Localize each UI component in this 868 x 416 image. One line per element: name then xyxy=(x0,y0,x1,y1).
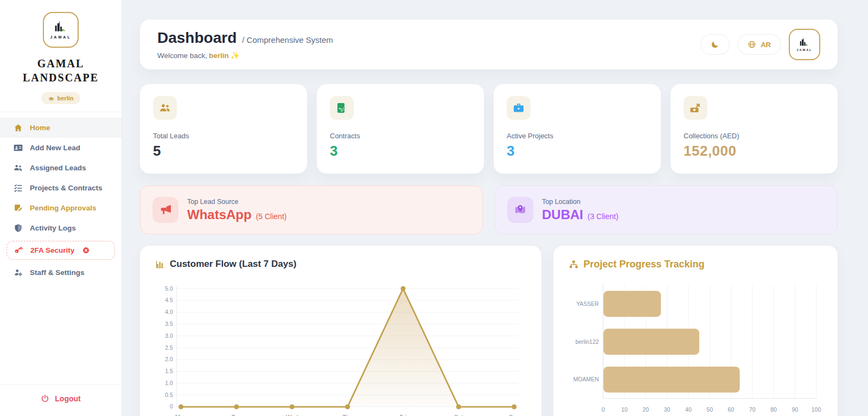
svg-text:30: 30 xyxy=(663,407,670,413)
moon-icon xyxy=(711,40,719,49)
svg-text:YASSER: YASSER xyxy=(576,301,599,307)
svg-text:berlin122: berlin122 xyxy=(575,339,598,345)
add-lead-icon xyxy=(14,143,23,152)
logo-text: JAMAL xyxy=(50,35,71,39)
welcome-username: berlin xyxy=(209,52,229,60)
svg-text:Fri: Fri xyxy=(400,414,407,416)
chart-column-icon xyxy=(155,259,165,269)
page-header: Dashboard / Comprehensive System Welcome… xyxy=(140,20,838,69)
svg-text:Sun: Sun xyxy=(509,414,519,416)
chart-title: Project Progress Tracking xyxy=(569,259,822,270)
highlight-value: DUBAI xyxy=(542,207,583,222)
sidebar-item-add-new-lead[interactable]: Add New Lead xyxy=(0,138,122,158)
company-logo: JAMAL xyxy=(43,12,79,48)
stat-value: 3 xyxy=(330,143,471,159)
contract-file-icon xyxy=(335,101,348,114)
stat-card-collections: Collections (AED) 152,000 xyxy=(671,84,838,174)
circle-x-icon xyxy=(82,247,90,254)
leads-users-icon xyxy=(158,101,171,114)
power-icon xyxy=(41,394,49,403)
projects-contracts-icon xyxy=(14,183,23,193)
language-toggle[interactable]: AR xyxy=(737,34,781,55)
svg-text:1.5: 1.5 xyxy=(165,368,173,374)
svg-text:Mon: Mon xyxy=(175,414,187,416)
globe-icon xyxy=(748,40,756,49)
stat-label: Active Projects xyxy=(507,132,648,140)
svg-text:1.0: 1.0 xyxy=(165,380,173,386)
brand-name: GAMAL LANDSCAPE xyxy=(23,56,99,85)
language-label: AR xyxy=(761,41,771,49)
stat-value: 5 xyxy=(153,143,294,159)
svg-text:20: 20 xyxy=(642,407,649,413)
svg-text:4.5: 4.5 xyxy=(165,297,173,303)
customer-flow-area-chart: 5.04.54.03.53.02.52.01.51.00.50MonTueWed… xyxy=(155,278,526,416)
stat-value: 152,000 xyxy=(684,143,825,159)
briefcase-icon xyxy=(512,101,525,114)
top-location-card: Top Location DUBAI (3 Client) xyxy=(495,185,838,234)
home-icon xyxy=(14,123,23,132)
sitemap-icon xyxy=(569,259,579,270)
sidebar-brand: JAMAL GAMAL LANDSCAPE berlin xyxy=(0,0,122,112)
sidebar-item-activity-logs[interactable]: Activity Logs xyxy=(0,218,122,238)
sidebar: JAMAL GAMAL LANDSCAPE berlin Home Add Ne… xyxy=(0,0,122,416)
page-subtitle: / Comprehensive System xyxy=(242,35,333,44)
sidebar-item-assigned-leads[interactable]: Assigned Leads xyxy=(0,158,122,178)
project-progress-chart-card: Project Progress Tracking 01020304050607… xyxy=(553,246,838,416)
sidebar-item-2fa-security[interactable]: 2FA Security xyxy=(7,241,115,260)
activity-logs-icon xyxy=(14,223,23,233)
money-trend-icon xyxy=(689,101,702,114)
profile-avatar[interactable]: JAMAL xyxy=(789,29,820,60)
map-location-icon xyxy=(514,203,527,216)
svg-text:2.0: 2.0 xyxy=(165,356,173,362)
stat-card-contracts: Contracts 3 xyxy=(317,84,484,174)
highlights-row: Top Lead Source WhatsApp (5 Client) Top … xyxy=(140,185,838,234)
svg-text:0: 0 xyxy=(601,407,604,413)
stat-value: 3 xyxy=(507,143,648,159)
svg-text:Wed: Wed xyxy=(286,414,298,416)
header-left: Dashboard / Comprehensive System Welcome… xyxy=(157,29,333,60)
svg-text:3.0: 3.0 xyxy=(165,333,173,339)
project-progress-bar-chart: 0102030405060708090100YASSERberlin122MOA… xyxy=(569,279,822,416)
charts-row: Customer Flow (Last 7 Days) 5.04.54.03.5… xyxy=(140,246,838,416)
skyline-logo-icon xyxy=(50,21,71,35)
page-title: Dashboard xyxy=(157,29,237,47)
sparkles-emoji: ✨ xyxy=(231,52,240,60)
svg-text:70: 70 xyxy=(749,407,755,413)
sidebar-item-pending-approvals[interactable]: Pending Approvals xyxy=(0,198,122,218)
svg-text:4.0: 4.0 xyxy=(165,309,173,315)
skyline-logo-icon xyxy=(796,37,813,48)
stat-card-total-leads: Total Leads 5 xyxy=(140,84,307,174)
highlight-value: WhatsApp xyxy=(187,207,252,222)
stat-label: Contracts xyxy=(330,132,471,140)
highlight-label: Top Lead Source xyxy=(187,198,286,206)
sidebar-item-projects-contracts[interactable]: Projects & Contracts xyxy=(0,178,122,198)
svg-text:90: 90 xyxy=(792,407,798,413)
stat-label: Total Leads xyxy=(153,132,294,140)
svg-text:Thu: Thu xyxy=(342,414,353,416)
logout-button[interactable]: Logout xyxy=(41,394,80,403)
svg-text:0: 0 xyxy=(170,404,173,410)
svg-text:60: 60 xyxy=(727,407,734,413)
key-icon xyxy=(14,246,23,255)
svg-text:2.5: 2.5 xyxy=(165,345,173,351)
chart-title: Customer Flow (Last 7 Days) xyxy=(155,259,526,270)
svg-text:100: 100 xyxy=(811,407,821,413)
sidebar-item-staff-settings[interactable]: Staff & Settings xyxy=(0,263,122,283)
sidebar-item-home[interactable]: Home xyxy=(0,118,122,138)
pending-approvals-icon xyxy=(14,203,23,213)
sidebar-footer: Logout xyxy=(0,384,122,416)
highlight-sub: (5 Client) xyxy=(256,212,287,221)
crown-icon xyxy=(48,95,54,101)
megaphone-icon xyxy=(159,203,172,216)
svg-text:0.5: 0.5 xyxy=(165,392,173,398)
svg-text:5.0: 5.0 xyxy=(165,286,173,292)
svg-text:40: 40 xyxy=(685,407,692,413)
svg-text:MOAMEN: MOAMEN xyxy=(573,376,598,382)
stat-card-active-projects: Active Projects 3 xyxy=(494,84,661,174)
svg-text:Tue: Tue xyxy=(232,414,241,416)
svg-text:3.5: 3.5 xyxy=(165,321,173,327)
staff-settings-icon xyxy=(14,268,23,277)
highlight-label: Top Location xyxy=(542,198,618,206)
svg-text:10: 10 xyxy=(621,407,628,413)
dark-mode-toggle[interactable] xyxy=(700,34,730,55)
